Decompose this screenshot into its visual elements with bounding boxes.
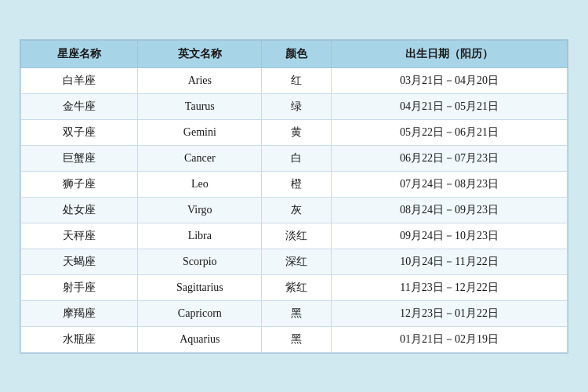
cell-color: 深红: [262, 249, 332, 274]
cell-dates: 10月24日－11月22日: [332, 249, 568, 274]
cell-dates: 03月21日－04月20日: [332, 67, 568, 93]
table-row: 摩羯座Capricorn黑12月23日－01月22日: [21, 300, 568, 326]
table-row: 天秤座Libra淡红09月24日－10月23日: [21, 223, 568, 249]
cell-chinese: 双子座: [21, 119, 138, 145]
cell-english: Sagittarius: [138, 274, 262, 300]
col-header-dates: 出生日期（阳历）: [332, 40, 568, 67]
cell-english: Aries: [138, 67, 262, 93]
cell-chinese: 处女座: [21, 197, 138, 223]
cell-dates: 08月24日－09月23日: [332, 197, 568, 223]
table-row: 双子座Gemini黄05月22日－06月21日: [21, 119, 568, 145]
cell-chinese: 白羊座: [21, 67, 138, 93]
cell-chinese: 巨蟹座: [21, 145, 138, 171]
cell-chinese: 金牛座: [21, 93, 138, 119]
table-row: 水瓶座Aquarius黑01月21日－02月19日: [21, 326, 568, 352]
cell-english: Libra: [138, 223, 262, 249]
cell-english: Taurus: [138, 93, 262, 119]
cell-color: 黑: [262, 300, 332, 326]
cell-dates: 01月21日－02月19日: [332, 326, 568, 352]
cell-english: Scorpio: [138, 249, 262, 274]
cell-color: 黄: [262, 119, 332, 145]
cell-color: 紫红: [262, 274, 332, 300]
table-row: 射手座Sagittarius紫红11月23日－12月22日: [21, 274, 568, 300]
cell-color: 红: [262, 67, 332, 93]
cell-english: Virgo: [138, 197, 262, 223]
col-header-english: 英文名称: [138, 40, 262, 67]
cell-chinese: 射手座: [21, 274, 138, 300]
cell-dates: 11月23日－12月22日: [332, 274, 568, 300]
cell-dates: 04月21日－05月21日: [332, 93, 568, 119]
cell-color: 淡红: [262, 223, 332, 249]
table-body: 白羊座Aries红03月21日－04月20日金牛座Taurus绿04月21日－0…: [21, 67, 568, 352]
cell-english: Aquarius: [138, 326, 262, 352]
table-row: 天蝎座Scorpio深红10月24日－11月22日: [21, 249, 568, 274]
table-row: 巨蟹座Cancer白06月22日－07月23日: [21, 145, 568, 171]
table-header-row: 星座名称 英文名称 颜色 出生日期（阳历）: [21, 40, 568, 67]
cell-dates: 06月22日－07月23日: [332, 145, 568, 171]
cell-color: 灰: [262, 197, 332, 223]
table-row: 金牛座Taurus绿04月21日－05月21日: [21, 93, 568, 119]
cell-chinese: 天秤座: [21, 223, 138, 249]
cell-chinese: 天蝎座: [21, 249, 138, 274]
col-header-chinese: 星座名称: [21, 40, 138, 67]
cell-color: 橙: [262, 171, 332, 197]
table-row: 狮子座Leo橙07月24日－08月23日: [21, 171, 568, 197]
cell-english: Gemini: [138, 119, 262, 145]
cell-dates: 07月24日－08月23日: [332, 171, 568, 197]
cell-dates: 05月22日－06月21日: [332, 119, 568, 145]
cell-english: Capricorn: [138, 300, 262, 326]
cell-chinese: 摩羯座: [21, 300, 138, 326]
cell-english: Cancer: [138, 145, 262, 171]
cell-color: 白: [262, 145, 332, 171]
zodiac-table: 星座名称 英文名称 颜色 出生日期（阳历） 白羊座Aries红03月21日－04…: [20, 40, 568, 353]
cell-color: 黑: [262, 326, 332, 352]
zodiac-table-wrapper: 星座名称 英文名称 颜色 出生日期（阳历） 白羊座Aries红03月21日－04…: [20, 39, 568, 354]
col-header-color: 颜色: [262, 40, 332, 67]
cell-dates: 12月23日－01月22日: [332, 300, 568, 326]
cell-chinese: 狮子座: [21, 171, 138, 197]
cell-chinese: 水瓶座: [21, 326, 138, 352]
table-row: 处女座Virgo灰08月24日－09月23日: [21, 197, 568, 223]
cell-dates: 09月24日－10月23日: [332, 223, 568, 249]
cell-english: Leo: [138, 171, 262, 197]
table-row: 白羊座Aries红03月21日－04月20日: [21, 67, 568, 93]
cell-color: 绿: [262, 93, 332, 119]
